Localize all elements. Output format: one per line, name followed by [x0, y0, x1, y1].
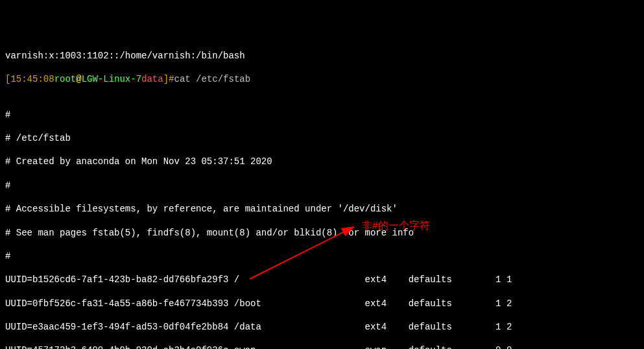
output-line: #: [5, 250, 639, 262]
output-line: varnish:x:1003:1102::/home/varnish:/bin/…: [5, 50, 639, 62]
output-line: # See man pages fstab(5), findfs(8), mou…: [5, 227, 639, 239]
output-line: UUID=0fbf526c-fa31-4a55-a86b-fe467734b39…: [5, 298, 639, 309]
output-line: UUID=b1526cd6-7af1-423b-ba82-dd766bfa29f…: [5, 274, 639, 285]
output-line: # Created by anaconda on Mon Nov 23 05:3…: [5, 156, 639, 167]
output-line: UUID=e3aac459-1ef3-494f-ad53-0df04fe2bb8…: [5, 321, 639, 333]
output-line: # /etc/fstab: [5, 132, 639, 144]
output-line: #: [5, 109, 639, 121]
prompt-line-1: [15:45:08root@LGW-Linux-7data]#cat /etc/…: [5, 73, 639, 85]
output-line: # Accessible filesystems, by reference, …: [5, 203, 639, 215]
output-line: #: [5, 180, 639, 191]
output-line: UUID=457172b3-6490-4b9b-930d-ab3b4a0f936…: [5, 344, 639, 349]
